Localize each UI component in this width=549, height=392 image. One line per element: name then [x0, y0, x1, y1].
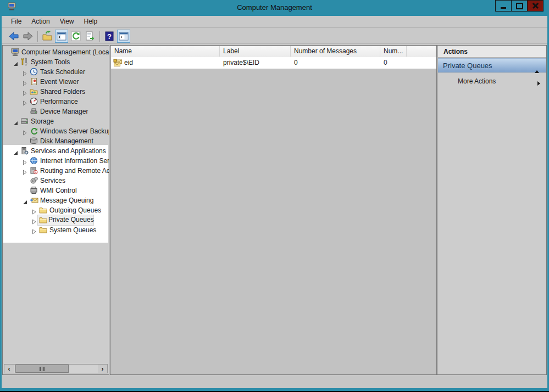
collapsed-arrow-icon[interactable] — [32, 227, 37, 233]
routing-icon — [30, 166, 38, 175]
collapsed-arrow-icon[interactable] — [23, 158, 28, 164]
row-cell-num: 0 — [380, 57, 407, 69]
folder-icon — [39, 206, 47, 214]
maximize-icon — [516, 3, 523, 9]
tree-item-label: System Queues — [49, 225, 96, 235]
tree-item-task-scheduler[interactable]: Task Scheduler — [3, 67, 109, 77]
expanded-arrow-icon[interactable] — [13, 119, 19, 124]
close-icon — [533, 3, 539, 9]
computer-icon — [11, 48, 19, 56]
row-cell-label: private$\EID — [220, 57, 291, 69]
actions-pane: Actions Private Queues More Actions — [437, 45, 547, 375]
scrollbar-thumb[interactable] — [15, 365, 69, 373]
table-row[interactable]: eidprivate$\EID00 — [111, 57, 436, 69]
expanded-arrow-icon[interactable] — [13, 59, 19, 65]
help-icon[interactable]: ? — [103, 30, 116, 43]
tree-item-label: Event Viewer — [40, 77, 79, 87]
actions-pane-title: Actions — [438, 46, 546, 58]
tree-item-label: Internet Information Services — [40, 156, 109, 166]
event-viewer-icon — [30, 77, 38, 86]
menu-view[interactable]: View — [55, 16, 79, 28]
tree-item-label: Task Scheduler — [40, 67, 85, 77]
actions-group-label: Private Queues — [443, 61, 492, 70]
tree-item-wmi-control[interactable]: WMI Control — [3, 186, 109, 195]
tree-item-label: System Tools — [31, 57, 70, 67]
column-header-num[interactable]: Num... — [380, 46, 407, 57]
column-header-number-of-messages[interactable]: Number of Messages — [291, 46, 380, 57]
menubar: FileActionViewHelp — [2, 16, 547, 28]
server-backup-icon — [30, 127, 38, 135]
menu-help[interactable]: Help — [79, 16, 103, 28]
close-button[interactable] — [527, 0, 544, 12]
tree-item-disk-management[interactable]: Disk Management — [3, 136, 109, 146]
menu-file[interactable]: File — [6, 16, 26, 28]
column-header-label[interactable]: Label — [220, 46, 291, 57]
tree-item-routing-and-remote-access[interactable]: Routing and Remote Access — [3, 166, 109, 176]
tree-item-outgoing-queues[interactable]: Outgoing Queues — [3, 205, 109, 215]
titlebar[interactable]: Computer Management — [0, 0, 549, 16]
show-console-tree-icon[interactable] — [55, 30, 68, 43]
column-header-name[interactable]: Name — [111, 46, 220, 57]
collapsed-arrow-icon[interactable] — [23, 168, 28, 173]
collapsed-arrow-icon[interactable] — [23, 79, 28, 85]
tree-item-shared-folders[interactable]: Shared Folders — [3, 87, 109, 97]
tree-item-event-viewer[interactable]: Event Viewer — [3, 77, 109, 87]
tree-item-label: Windows Server Backup — [40, 126, 109, 136]
more-actions-item[interactable]: More Actions — [438, 76, 546, 87]
collapsed-arrow-icon[interactable] — [23, 89, 28, 94]
tree-item-label: Storage — [31, 116, 54, 126]
window-title: Computer Management — [0, 3, 549, 12]
tree-item-private-queues[interactable]: Private Queues — [3, 215, 109, 225]
tree-item-performance[interactable]: Performance — [3, 97, 109, 107]
more-actions-label: More Actions — [458, 77, 496, 85]
queue-list-pane: NameLabelNumber of MessagesNum... eidpri… — [110, 45, 437, 375]
actions-group-private-queues[interactable]: Private Queues — [438, 58, 546, 72]
tree-item-computer-management-local[interactable]: Computer Management (Local) — [3, 47, 109, 57]
tree-item-storage[interactable]: Storage — [3, 116, 109, 126]
export-list-icon[interactable] — [84, 30, 97, 43]
expanded-arrow-icon[interactable] — [13, 148, 19, 154]
folder-icon — [39, 218, 47, 226]
shared-folders-icon — [30, 87, 38, 96]
tree-item-label: Private Queues — [48, 216, 94, 223]
minimize-button[interactable] — [495, 0, 512, 12]
maximize-button[interactable] — [511, 0, 528, 12]
tree-item-label: WMI Control — [40, 186, 77, 195]
toolbar-separator — [99, 31, 100, 42]
forward-icon[interactable] — [21, 30, 35, 43]
tree-item-message-queuing[interactable]: Message Queuing — [3, 195, 109, 205]
collapsed-arrow-icon[interactable] — [23, 99, 28, 104]
tree-horizontal-scrollbar[interactable]: ‹ › — [4, 364, 108, 373]
console-tree-pane: Computer Management (Local)System ToolsT… — [2, 45, 109, 375]
tree-item-label: Device Manager — [40, 107, 88, 116]
services-apps-icon — [20, 147, 29, 155]
message-queuing-icon — [30, 196, 38, 204]
tree-item-label: Shared Folders — [40, 87, 85, 97]
up-level-folder-icon[interactable] — [41, 30, 54, 43]
show-action-pane-icon[interactable] — [117, 30, 130, 43]
refresh-icon[interactable] — [69, 30, 82, 43]
tree-item-device-manager[interactable]: Device Manager — [3, 107, 109, 116]
collapsed-arrow-icon[interactable] — [32, 208, 37, 213]
collapsed-arrow-icon[interactable] — [23, 69, 28, 75]
scrollbar-track[interactable] — [14, 365, 98, 373]
iis-icon — [30, 156, 38, 165]
collapsed-arrow-icon[interactable] — [23, 128, 28, 134]
tree-item-windows-server-backup[interactable]: Windows Server Backup — [3, 126, 109, 136]
expanded-arrow-icon[interactable] — [23, 198, 28, 203]
scroll-right-button[interactable]: › — [98, 365, 107, 373]
tree-item-services[interactable]: Services — [3, 176, 109, 186]
tree-item-label: Computer Management (Local) — [21, 47, 109, 57]
scroll-left-button[interactable]: ‹ — [4, 365, 14, 373]
performance-icon — [30, 97, 38, 105]
tree-item-system-tools[interactable]: System Tools — [3, 57, 109, 67]
menu-action[interactable]: Action — [26, 16, 54, 28]
back-icon[interactable] — [7, 30, 20, 43]
column-header-blank — [407, 46, 436, 57]
row-cell-number-of-messages: 0 — [291, 57, 380, 69]
tree-item-services-and-applications[interactable]: Services and Applications — [3, 146, 109, 156]
tree-item-internet-information-services[interactable]: Internet Information Services — [3, 156, 109, 166]
tree-item-system-queues[interactable]: System Queues — [3, 225, 109, 235]
collapsed-arrow-icon[interactable] — [32, 217, 37, 223]
tree-item-label: Message Queuing — [40, 195, 93, 205]
